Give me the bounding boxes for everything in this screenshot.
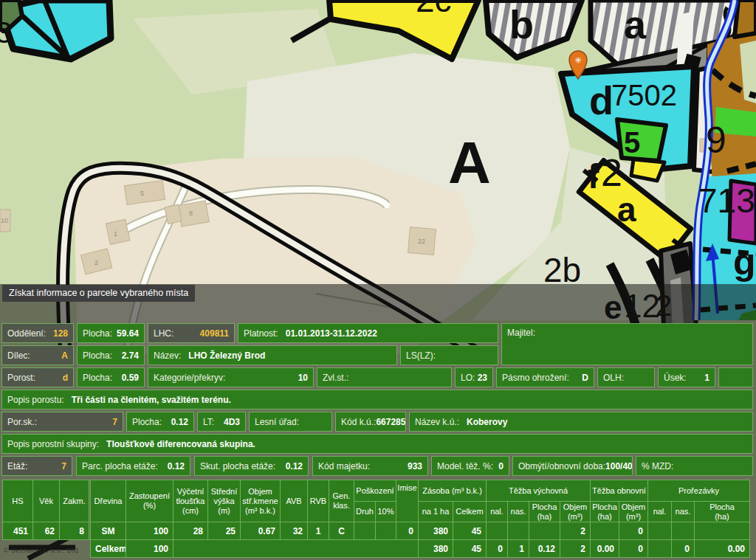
field-pasmo: Pásmo ohrožení:D <box>496 367 594 387</box>
field-kategorie: Kategorie/překryv:10 <box>148 367 314 387</box>
col-vek: Věk <box>33 480 59 522</box>
label-division-a: A <box>448 130 491 196</box>
total-celkem: 45 <box>453 540 486 557</box>
field-skut-plocha: Skut. plocha etáže:0.12 <box>194 456 309 476</box>
cell-stredni: 25 <box>208 522 240 539</box>
field-model-tez: Model. těž. %:0 <box>431 456 509 476</box>
total-label: Celkem: <box>91 540 126 557</box>
col-tezba-vychovna: Těžba výchovná <box>487 480 590 501</box>
field-olh: OLH: <box>597 367 655 387</box>
field-lhc: LHC:409811 <box>148 323 235 343</box>
col-10pct: 10% <box>376 502 396 522</box>
col-tezba-obnovni: Těžba obnovní <box>591 480 647 501</box>
col-hs: HS <box>3 480 32 522</box>
col-avb: AVB <box>281 480 307 522</box>
field-popis-porostu: Popis porostu:Tři části na členitém, sva… <box>1 390 753 409</box>
svg-text:✳: ✳ <box>574 55 582 66</box>
total-na1ha: 380 <box>419 540 453 557</box>
cell-nas-pror <box>672 522 694 539</box>
field-lo: LO:23 <box>455 367 493 387</box>
cell-plocha-pror <box>695 522 749 539</box>
field-platnost: Platnost:01.01.2013-31.12.2022 <box>238 323 498 343</box>
cell-nal-pror <box>648 522 671 539</box>
svg-text:1: 1 <box>114 230 117 238</box>
label-f: f <box>588 157 599 196</box>
col-plocha-pror: Plocha (ha) <box>695 502 749 522</box>
field-porost-plocha: Plocha:0.59 <box>77 367 145 387</box>
col-zakm: Zakm. <box>60 480 89 522</box>
app-window: 5 8 1 2 22 10 <box>0 0 756 560</box>
map-attribution: © Seznam.cz, a.s., 202 <box>4 547 79 554</box>
col-nas-vych: nas. <box>508 502 529 522</box>
label-3: 3 <box>0 16 12 49</box>
field-lt: LT:4D3 <box>197 412 246 432</box>
col-nal-pror: nal. <box>648 502 671 522</box>
field-oddeleni-plocha: Plocha:59.64 <box>77 323 145 343</box>
field-majitel: Majitel: <box>501 323 753 365</box>
label-2c: 2c <box>416 0 452 19</box>
col-celkem: Celkem <box>453 502 486 522</box>
field-kod-majetku: Kód majetku:933 <box>312 456 428 476</box>
cell-avb: 32 <box>281 522 307 539</box>
cell-vek: 62 <box>33 522 59 539</box>
cell-plocha-vych <box>529 522 560 539</box>
col-stredni: Střední výška (m) <box>208 480 240 522</box>
total-plocha-vych: 0.12 <box>529 540 560 557</box>
cell-objem-vych: 2 <box>560 522 590 539</box>
cell-nal-vych <box>487 522 507 539</box>
label-9: 9 <box>706 120 726 161</box>
cell-zastoupeni: 100 <box>126 522 173 539</box>
total-objem-obn: 0 <box>619 540 647 557</box>
total-nas-vych: 1 <box>508 540 529 557</box>
cell-objem-obn: 0 <box>619 522 647 539</box>
field-etaz: Etáž:7 <box>1 456 72 476</box>
total-nal-vych: 0 <box>487 540 507 557</box>
total-zastoupeni: 100 <box>126 540 173 557</box>
col-na1ha: na 1 ha <box>419 502 453 522</box>
field-parc-plocha: Parc. plocha etáže:0.12 <box>76 456 190 476</box>
col-nas-pror: nas. <box>672 502 694 522</box>
field-lslz: LS(LZ): <box>400 345 498 365</box>
total-objem-vych: 2 <box>560 540 590 557</box>
field-mzd: % MZD: <box>636 456 753 476</box>
field-oddeleni: Oddělení:128 <box>1 323 74 343</box>
field-zvlst: Zvl.st.: <box>317 367 452 387</box>
cell-drevina: SM <box>91 522 126 539</box>
map-tooltip: Získat informace o parcele vybraného mís… <box>2 285 195 302</box>
cell-plocha-obn <box>591 522 619 539</box>
col-objem-obn: Objem (m³) <box>619 502 647 522</box>
field-porsk: Por.sk.:7 <box>1 412 123 432</box>
svg-text:5: 5 <box>140 190 144 197</box>
col-imise: Imise <box>396 480 418 522</box>
field-kod-ku: Kód k.ú.:667285 <box>335 412 406 432</box>
field-porsk-plocha: Plocha:0.12 <box>126 412 194 432</box>
col-zastoupeni: Zastoupení (%) <box>126 480 173 522</box>
col-druh: Druh <box>354 502 375 522</box>
col-rvb: RVB <box>308 480 329 522</box>
label-a-strip: a <box>617 190 636 229</box>
cell-na1ha: 380 <box>419 522 453 539</box>
cell-nas-vych <box>508 522 529 539</box>
col-objem-vych: Objem (m³) <box>560 502 590 522</box>
svg-text:2: 2 <box>94 259 98 266</box>
cell-druh <box>354 522 375 539</box>
species-table-right: Dřevina Zastoupení (%) Výčetní tloušťka … <box>90 480 750 558</box>
field-dilec-plocha: Plocha:2.74 <box>77 345 145 365</box>
label-d: d <box>589 78 614 122</box>
field-porost: Porost:d <box>1 367 74 387</box>
total-plocha-pror: 0.00 <box>695 540 749 557</box>
col-plocha-obn: Plocha (ha) <box>591 502 619 522</box>
label-a-top: a <box>624 2 647 46</box>
cell-celkem: 45 <box>453 522 486 539</box>
col-objem-kmene: Objem stř.kmene (m³ b.k.) <box>241 480 280 522</box>
col-plocha-vych: Plocha (ha) <box>529 502 560 522</box>
total-merged <box>173 540 418 557</box>
label-713: 713 <box>698 182 755 220</box>
svg-text:22: 22 <box>418 238 425 245</box>
svg-text:10: 10 <box>1 217 8 224</box>
col-nal-vych: nal. <box>487 502 507 522</box>
col-gen-klas: Gen. klas. <box>329 480 354 522</box>
svg-text:8: 8 <box>189 210 193 217</box>
label-5: 5 <box>624 126 640 159</box>
total-nas-pror: 0 <box>672 540 694 557</box>
